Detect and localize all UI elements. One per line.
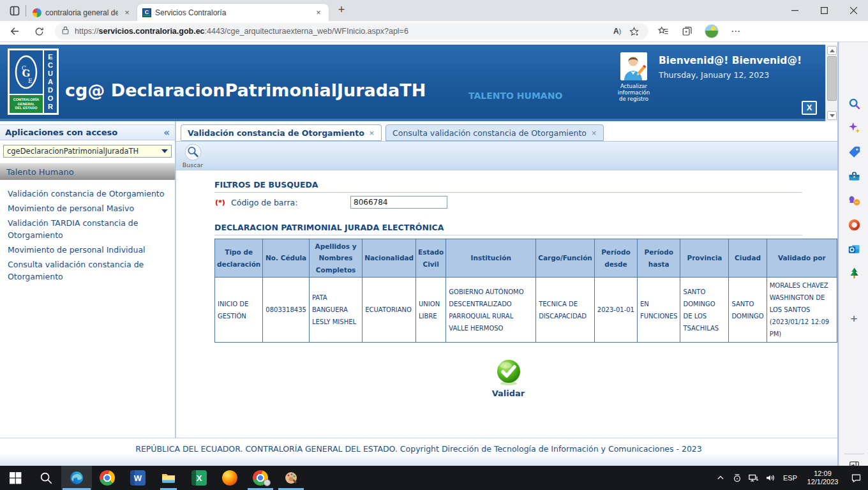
taskbar-explorer-icon[interactable] [153,466,184,490]
taskbar-word-icon[interactable]: W [123,466,153,490]
scroll-up-icon[interactable] [827,46,837,55]
sidebar-item-validacion-constancia[interactable]: Validación constancia de Otorgamiento [0,186,175,201]
taskbar-search-icon[interactable] [31,466,61,490]
taskbar-edge-icon[interactable] [61,466,92,490]
site-header: GCE CONTRALORÍA GENERAL DEL ESTADO ECUAD… [0,45,837,121]
tray-network-icon[interactable] [745,466,762,490]
maximize-button[interactable] [809,0,839,21]
sidebar-outlook-icon[interactable] [847,242,861,256]
sidebar-item-movimiento-individual[interactable]: Movimiento de personal Individual [0,242,175,257]
application-select[interactable]: cgeDeclaracionPatrimonialJuradaTH [3,145,172,158]
sidebar-office-icon[interactable] [847,218,861,232]
col-estado-civil: Estado Civil [416,239,446,278]
sidebar-search-icon[interactable] [847,96,861,110]
select-dropdown-icon [161,149,168,153]
tab-close-icon[interactable]: × [313,8,324,17]
col-periodo-hasta: Período hasta [637,239,680,278]
browser-tab-active[interactable]: C Servicios Contraloría × [137,4,329,21]
windows-taskbar: W X ESP [0,466,868,490]
refresh-icon[interactable] [29,22,49,40]
barcode-input[interactable] [350,196,447,209]
cell-tipo: INICIO DE GESTIÓN [215,278,263,343]
collapse-sidebar-icon[interactable]: « [163,127,170,138]
tab-consulta-validacion[interactable]: Consulta validación constancia de Otorga… [385,124,604,141]
taskbar-clock[interactable]: 12:09 12/1/2023 [802,470,844,486]
sidebar-item-validacion-tardia[interactable]: Validación TARDIA constancia de Otorgami… [0,216,175,242]
new-tab-button[interactable]: + [334,3,349,18]
col-periodo-desde: Período desde [594,239,637,278]
cell-cedula: 0803318435 [263,278,310,343]
col-ciudad: Ciudad [729,239,767,278]
logo-country-label: ECUADOR [43,50,57,113]
buscar-button[interactable]: Buscar [176,142,209,170]
taskbar-chrome-profile-icon[interactable] [245,466,276,490]
logo-org-label: CONTRALORÍA GENERAL DEL ESTADO [10,94,43,113]
tab-close-icon[interactable]: × [591,129,597,137]
browser-tab-inactive[interactable]: contraloria general del estado - B × [27,4,137,21]
screen: contraloria general del estado - B × C S… [0,0,868,490]
actions-toolbar: Buscar [176,141,837,170]
svg-text:C: C [22,65,26,71]
header-scrollbar[interactable] [825,45,837,121]
window-controls [780,0,868,21]
tab-validacion-constancia[interactable]: Validación constancia de Otorgamiento × [181,124,382,141]
sidebar-item-movimiento-masivo[interactable]: Movimiento de personal Masivo [0,201,175,216]
update-registration-link[interactable]: Actualizar información de registro [609,83,659,102]
cge-monogram: GCE [10,50,43,94]
url-text[interactable]: https://servicios.contraloria.gob.ec:444… [75,27,609,36]
cge-logo: GCE CONTRALORÍA GENERAL DEL ESTADO ECUAD… [8,48,59,115]
action-center-icon[interactable] [844,466,868,490]
edge-sidebar: + [839,42,868,466]
col-provincia: Provincia [680,239,729,278]
page-body: Aplicaciones con acceso « cgeDeclaracion… [0,121,837,438]
col-apellidos: Apellidos y Nombres Completos [309,239,362,278]
taskbar-excel-icon[interactable]: X [184,466,214,490]
tab-close-icon[interactable]: × [122,8,132,17]
svg-text:E: E [28,78,33,84]
tray-update-icon[interactable] [729,466,745,490]
scroll-down-icon[interactable] [827,111,837,120]
browser-menu-icon[interactable]: ⋯ [726,22,745,40]
sidebar-games-icon[interactable] [847,193,861,207]
close-window-button[interactable] [839,0,868,21]
back-icon[interactable] [5,22,24,40]
banner-close-button[interactable]: X [802,101,817,115]
declaration-title: DECLARACION PATRIMONIAL JURADA ELECTRÓNI… [214,223,802,235]
validate-label[interactable]: Validar [492,389,525,398]
barcode-filter-row: (*) Código de barra: [214,193,802,213]
cell-provincia: SANTO DOMINGO DE LOS TSACHILAS [680,278,729,343]
sidebar-tree-icon[interactable] [847,266,861,280]
language-indicator[interactable]: ESP [779,474,802,482]
scrollbar-thumb[interactable] [827,56,837,101]
sidebar-item-consulta-validacion[interactable]: Consulta validación constancia de Otorga… [0,257,175,284]
taskbar-chrome-icon[interactable] [92,466,123,490]
sidebar-shopping-icon[interactable] [847,145,861,159]
system-tray: ESP 12:09 12/1/2023 [712,466,868,490]
sidebar-discover-icon[interactable] [847,121,861,135]
add-favorite-icon[interactable] [625,24,642,39]
favorites-bar-icon[interactable] [654,22,673,40]
lock-icon[interactable] [61,26,70,38]
workspaces-icon[interactable] [5,3,24,19]
address-bar[interactable]: https://servicios.contraloria.gob.ec:444… [55,23,648,40]
taskbar-firefox-icon[interactable] [214,466,245,490]
tray-chevron-icon[interactable] [712,466,729,490]
browser-toolbar: https://servicios.contraloria.gob.ec:444… [0,21,868,42]
user-avatar[interactable] [620,52,647,80]
sidebar-add-icon[interactable]: + [847,312,861,326]
col-cedula: No. Cédula [263,239,310,278]
taskbar-paint-icon[interactable] [276,466,306,490]
tray-volume-icon[interactable] [762,466,779,490]
collections-icon[interactable] [678,22,697,40]
sidebar-tools-icon[interactable] [847,169,861,183]
read-aloud-icon[interactable]: A) [609,24,625,39]
sidebar-menu: Validación constancia de Otorgamiento Mo… [0,186,175,284]
header-date: Thursday, January 12, 2023 [659,70,769,80]
col-tipo: Tipo de declaración [215,239,263,278]
start-button[interactable] [0,466,31,490]
minimize-button[interactable] [780,0,809,21]
validate-check-icon[interactable] [496,359,521,386]
tab-close-icon[interactable]: × [369,129,375,137]
profile-avatar[interactable] [702,22,721,40]
cell-validado-por: MORALES CHAVEZ WASHINGTON DE LOS SANTOS … [767,278,837,343]
